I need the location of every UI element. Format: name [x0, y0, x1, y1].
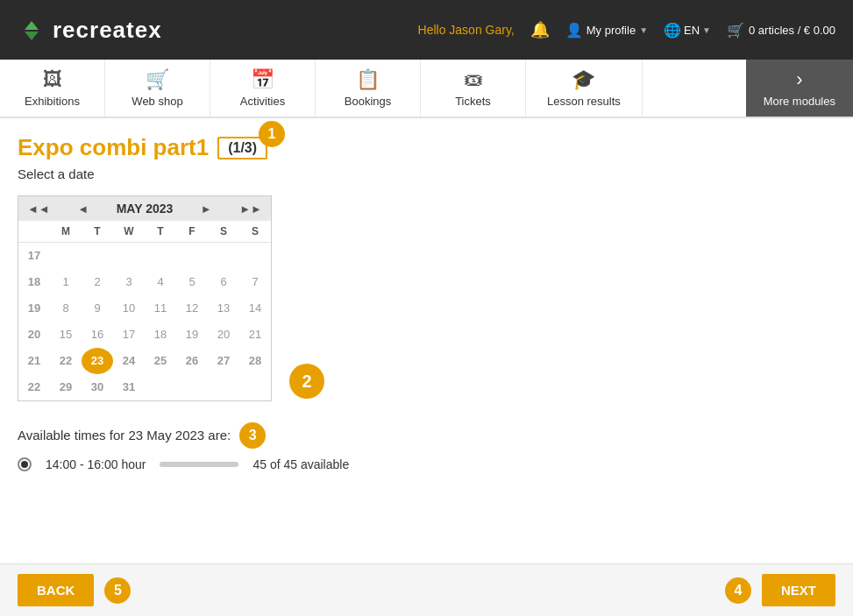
calendar-day: 19 [176, 322, 208, 348]
lang-dropdown-arrow: ▼ [702, 25, 711, 35]
calendar-day[interactable]: 22 [50, 348, 82, 374]
calendar-day: 9 [82, 295, 113, 322]
header-greeting: Hello Jason Gary, [418, 23, 515, 37]
step1-circle: 1 [259, 121, 285, 147]
calendar-day: 10 [113, 295, 145, 322]
nav-label-tickets: Tickets [455, 95, 491, 108]
week-number: 19 [18, 295, 50, 322]
calendar-day: 3 [113, 269, 145, 295]
nav-item-bookings[interactable]: 📋 Bookings [316, 60, 421, 117]
calendar-day: 21 [239, 322, 271, 348]
footer-right: 4 NEXT [725, 574, 835, 606]
calendar-day: 8 [50, 295, 82, 322]
cal-next-next[interactable]: ►► [239, 202, 262, 216]
cart-label: 0 articles / € 0.00 [749, 24, 835, 37]
nav-item-activities[interactable]: 📅 Activities [210, 60, 316, 117]
calendar-day: 7 [239, 269, 271, 295]
day-header-thu: T [145, 221, 176, 243]
cal-prev-prev[interactable]: ◄◄ [27, 202, 50, 216]
calendar-day[interactable]: 25 [145, 348, 176, 374]
page-title-row: Expo combi part1 (1/3) 1 [18, 134, 835, 161]
calendar-day[interactable]: 30 [82, 374, 113, 400]
nav-item-tickets[interactable]: 🎟 Tickets [421, 60, 526, 117]
calendar-day: 18 [145, 322, 176, 348]
calendar: ◄◄ ◄ MAY 2023 ► ►► M T W T F S S 1718123 [18, 195, 272, 401]
week-number: 22 [18, 374, 50, 400]
person-icon: 👤 [565, 22, 583, 39]
footer: BACK 5 4 NEXT [0, 563, 853, 616]
calendar-day [50, 243, 82, 269]
header: recreatex Hello Jason Gary, 🔔 👤 My profi… [0, 0, 853, 60]
svg-marker-0 [25, 21, 39, 30]
tickets-icon: 🎟 [464, 68, 483, 91]
calendar-day [113, 243, 145, 269]
header-right: Hello Jason Gary, 🔔 👤 My profile ▼ 🌐 EN … [418, 20, 835, 39]
calendar-day[interactable]: 29 [50, 374, 82, 400]
calendar-day [208, 243, 239, 269]
calendar-day: 13 [208, 295, 239, 322]
back-button[interactable]: BACK [18, 574, 94, 606]
nav-label-bookings: Bookings [345, 95, 391, 108]
logo-icon [18, 16, 46, 44]
week-col-header [18, 221, 50, 243]
cart-menu[interactable]: 🛒 0 articles / € 0.00 [727, 22, 835, 39]
nav-item-more-modules[interactable]: › More modules [746, 60, 853, 117]
day-header-fri: F [176, 221, 208, 243]
day-header-sat: S [208, 221, 239, 243]
time-slot-time: 14:00 - 16:00 hour [46, 457, 146, 471]
week-number: 17 [18, 243, 50, 269]
step5-circle: 5 [104, 577, 131, 604]
calendar-day: 4 [145, 269, 176, 295]
calendar-day[interactable]: 31 [113, 374, 145, 400]
svg-marker-1 [25, 32, 39, 40]
time-slot-radio[interactable] [18, 457, 32, 471]
main-content: Expo combi part1 (1/3) 1 Select a date ◄… [0, 118, 853, 583]
calendar-day [176, 243, 208, 269]
step4-circle: 4 [725, 577, 751, 604]
time-slot-row[interactable]: 14:00 - 16:00 hour 45 of 45 available [18, 457, 835, 471]
calendar-day[interactable]: 28 [239, 348, 271, 374]
language-menu[interactable]: 🌐 EN ▼ [664, 22, 711, 39]
nav-item-lesson-results[interactable]: 🎓 Lesson results [526, 60, 643, 117]
next-button[interactable]: NEXT [762, 574, 835, 606]
nav-item-exhibitions[interactable]: 🖼 Exhibitions [0, 60, 105, 117]
calendar-day [208, 374, 239, 400]
calendar-day[interactable]: 24 [113, 348, 145, 374]
calendar-day: 12 [176, 295, 208, 322]
calendar-day: 1 [50, 269, 82, 295]
calendar-header: ◄◄ ◄ MAY 2023 ► ►► [18, 196, 271, 221]
more-icon: › [796, 68, 802, 91]
calendar-day[interactable]: 27 [208, 348, 239, 374]
nav-item-webshop[interactable]: 🛒 Web shop [105, 60, 210, 117]
cart-icon: 🛒 [727, 22, 744, 39]
calendar-day: 2 [82, 269, 113, 295]
cal-next[interactable]: ► [201, 202, 212, 216]
cal-month: MAY 2023 [117, 202, 174, 216]
profile-menu[interactable]: 👤 My profile ▼ [565, 22, 648, 39]
select-date-label: Select a date [18, 166, 835, 181]
lesson-icon: 🎓 [572, 68, 595, 91]
profile-dropdown-arrow: ▼ [639, 25, 648, 35]
week-number: 21 [18, 348, 50, 374]
calendar-day[interactable]: 23 [82, 348, 113, 374]
time-slot-bar [160, 462, 238, 467]
page-title: Expo combi part1 [18, 134, 209, 161]
profile-label: My profile [586, 24, 636, 37]
globe-icon: 🌐 [664, 22, 681, 39]
available-times-label: Available times for 23 May 2023 are: [18, 428, 231, 443]
calendar-day[interactable]: 26 [176, 348, 208, 374]
nav-label-activities: Activities [240, 95, 285, 108]
cal-prev[interactable]: ◄ [77, 202, 89, 216]
calendar-day: 20 [208, 322, 239, 348]
day-header-tue: T [82, 221, 113, 243]
day-header-mon: M [50, 221, 82, 243]
nav-label-exhibitions: Exhibitions [25, 95, 80, 108]
lang-label: EN [684, 24, 700, 37]
calendar-day: 14 [239, 295, 271, 322]
calendar-day: 5 [176, 269, 208, 295]
exhibitions-icon: 🖼 [43, 68, 62, 91]
nav-label-more: More modules [764, 95, 835, 108]
bell-icon[interactable]: 🔔 [530, 20, 550, 39]
day-header-sun: S [239, 221, 271, 243]
step-badge-container: (1/3) 1 [217, 137, 267, 159]
